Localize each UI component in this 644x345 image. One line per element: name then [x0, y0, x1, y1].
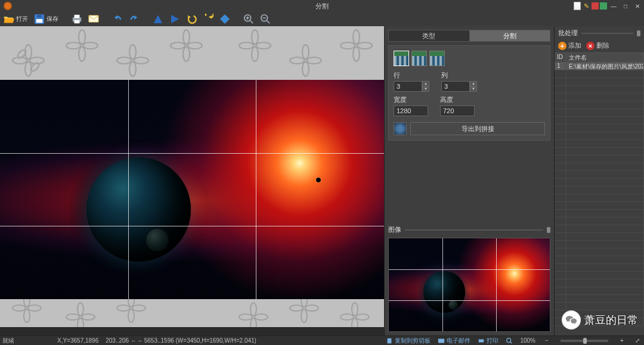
print-link[interactable]: 打印 [478, 337, 499, 345]
preview-collapse-icon[interactable] [547, 227, 550, 233]
cols-label: 列 [441, 71, 477, 80]
maximize-button[interactable]: □ [620, 2, 631, 10]
table-row[interactable] [555, 132, 644, 140]
email-button[interactable] [87, 13, 100, 25]
preview-header: 图像 [388, 225, 550, 234]
cols-spinner[interactable]: ▲▼ [441, 81, 477, 92]
svg-point-58 [305, 305, 318, 311]
template-3[interactable] [429, 51, 445, 66]
svg-point-52 [250, 318, 256, 327]
export-button[interactable]: 导出到拼接 [410, 122, 545, 135]
rows-down[interactable]: ▼ [422, 86, 429, 92]
table-row[interactable] [555, 125, 644, 132]
table-row[interactable] [555, 210, 644, 217]
zoom-fit[interactable]: ⤢ [633, 337, 642, 344]
horizontal-scrollbar[interactable] [0, 327, 384, 335]
file-table-body[interactable]: 1E:\素材\保存的图片\风景\2025187.jpg [555, 63, 644, 335]
flip-h-button[interactable] [151, 13, 165, 25]
table-row[interactable] [555, 241, 644, 248]
table-row[interactable] [555, 86, 644, 94]
flip-v-button[interactable] [168, 13, 181, 25]
table-row[interactable]: 1E:\素材\保存的图片\风景\2025187.jpg [555, 63, 644, 70]
table-row[interactable] [555, 287, 644, 295]
table-row[interactable] [555, 148, 644, 156]
table-row[interactable] [555, 78, 644, 86]
rows-input[interactable] [394, 81, 422, 92]
crop-button[interactable] [218, 13, 231, 25]
close-button[interactable]: ✕ [632, 2, 643, 10]
width-input[interactable] [394, 105, 428, 116]
undo-button[interactable] [111, 13, 124, 25]
zoom-slider[interactable] [561, 340, 608, 342]
template-1[interactable] [394, 51, 409, 66]
table-row[interactable] [555, 264, 644, 272]
cols-up[interactable]: ▲ [470, 81, 477, 86]
rotate-right-button[interactable] [202, 13, 215, 25]
pencil-icon[interactable]: ✎ [582, 2, 590, 10]
table-row[interactable] [555, 140, 644, 148]
table-row[interactable] [555, 225, 644, 233]
svg-point-34 [307, 57, 321, 64]
zoom-in-button[interactable] [242, 13, 255, 25]
table-row[interactable] [555, 94, 644, 101]
save-button[interactable]: 保存 [33, 13, 60, 25]
open-button[interactable]: 打开 [2, 13, 29, 25]
add-file-button[interactable]: + 添加 [558, 41, 581, 50]
table-row[interactable] [555, 109, 644, 117]
table-row[interactable] [555, 194, 644, 202]
table-row[interactable] [555, 303, 644, 310]
folder-open-icon [4, 14, 14, 24]
redo-button[interactable] [128, 13, 141, 25]
table-row[interactable] [555, 256, 644, 264]
zoom-out-button[interactable] [259, 13, 272, 25]
print-button[interactable] [70, 13, 83, 25]
table-row[interactable] [555, 272, 644, 279]
zoom-minus[interactable]: − [543, 337, 551, 344]
table-row[interactable] [555, 202, 644, 210]
red-square-icon[interactable] [592, 2, 599, 10]
canvas-area[interactable] [0, 26, 384, 327]
delete-file-button[interactable]: × 删除 [586, 41, 609, 50]
table-row[interactable] [555, 156, 644, 163]
email-link[interactable]: 电子邮件 [438, 337, 470, 345]
cols-down[interactable]: ▼ [470, 86, 477, 92]
preview-thumbnail[interactable] [388, 238, 550, 332]
cols-input[interactable] [441, 81, 470, 92]
rows-spinner[interactable]: ▲▼ [394, 81, 429, 92]
table-row[interactable] [555, 279, 644, 287]
table-row[interactable] [555, 295, 644, 303]
table-row[interactable] [555, 217, 644, 225]
tab-split[interactable]: 分割 [470, 30, 550, 41]
batch-collapse-icon[interactable] [637, 30, 640, 36]
table-row[interactable] [555, 179, 644, 187]
svg-point-35 [353, 30, 360, 44]
height-input[interactable] [440, 105, 475, 116]
table-row[interactable] [555, 233, 644, 241]
table-row[interactable] [555, 117, 644, 125]
redo-icon [129, 14, 140, 24]
green-square-icon[interactable] [600, 2, 607, 10]
mail-icon [438, 337, 445, 344]
table-row[interactable] [555, 101, 644, 109]
template-2[interactable] [411, 51, 427, 66]
rotate-left-icon [186, 14, 197, 24]
svg-point-20 [129, 62, 136, 76]
rotate-right-icon [203, 14, 213, 24]
svg-point-36 [353, 47, 360, 61]
table-row[interactable] [555, 70, 644, 78]
table-row[interactable] [555, 163, 644, 171]
triangle-up-icon [153, 14, 163, 24]
col-id[interactable]: ID [555, 53, 566, 62]
minimize-button[interactable]: — [608, 2, 619, 10]
rotate-left-button[interactable] [185, 13, 198, 25]
tab-type[interactable]: 类型 [389, 30, 470, 41]
table-row[interactable] [555, 248, 644, 256]
rows-up[interactable]: ▲ [422, 81, 429, 86]
zoom-plus[interactable]: + [618, 337, 626, 344]
table-row[interactable] [555, 187, 644, 194]
titlebar-right: ✎ — □ ✕ [574, 2, 643, 10]
clipboard-link[interactable]: 复制到剪切板 [386, 337, 431, 345]
new-doc-icon[interactable] [574, 2, 581, 10]
col-filename[interactable]: 文件名 [566, 53, 644, 62]
table-row[interactable] [555, 171, 644, 179]
